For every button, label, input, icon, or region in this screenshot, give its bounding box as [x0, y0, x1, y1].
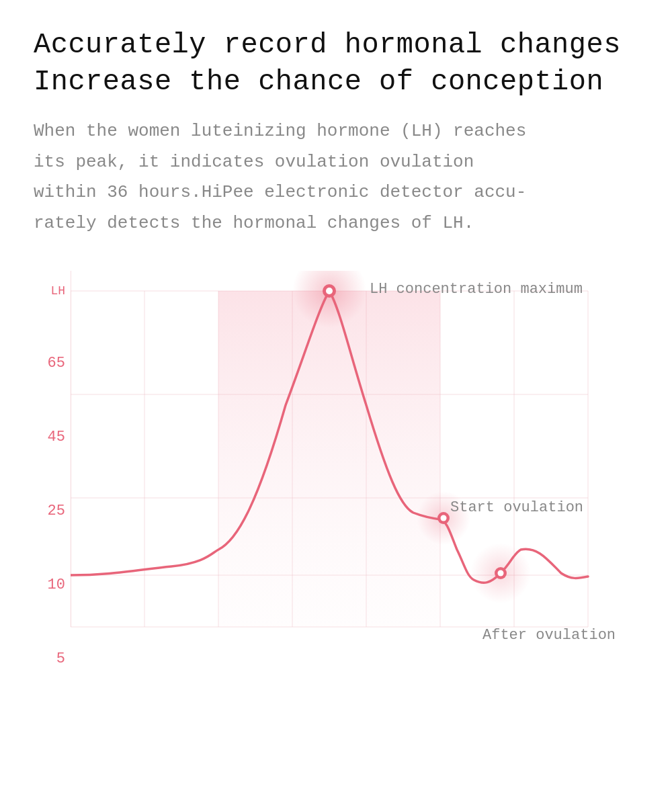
- page-container: Accurately record hormonal changes Incre…: [34, 27, 638, 701]
- description-text: When the women luteinizing hormone (LH) …: [34, 116, 638, 239]
- title-block: Accurately record hormonal changes Incre…: [34, 27, 638, 100]
- y-label-65: 65: [48, 355, 65, 372]
- chart-area: LH 65 45 25 10 5: [34, 271, 638, 701]
- title-line1: Accurately record hormonal changes: [34, 27, 638, 64]
- y-label-10: 10: [48, 577, 65, 593]
- annotation-lh-max: LH concentration maximum: [370, 281, 583, 298]
- y-label-25: 25: [48, 503, 65, 519]
- svg-rect-14: [218, 291, 440, 627]
- y-label-45: 45: [48, 429, 65, 445]
- annotation-start-ovulation: Start ovulation: [450, 499, 583, 516]
- y-label-lh: LH: [50, 284, 65, 298]
- title-line2: Increase the chance of conception: [34, 64, 638, 101]
- svg-point-23: [498, 570, 504, 577]
- y-label-5: 5: [56, 650, 65, 667]
- y-axis-labels: LH 65 45 25 10 5: [34, 284, 71, 674]
- chart-svg: [71, 271, 662, 660]
- svg-point-17: [326, 288, 333, 294]
- annotation-after-ovulation: After ovulation: [482, 627, 616, 644]
- svg-point-20: [441, 515, 447, 521]
